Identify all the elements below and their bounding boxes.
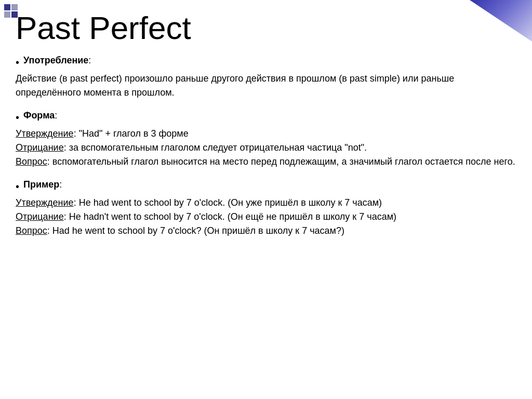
example-utv-text: : He had went to school by 7 o'clock. (О… xyxy=(74,197,382,208)
form-heading-text: Форма xyxy=(23,110,55,121)
example-vop-text: : Had he went to school by 7 o'clock? (О… xyxy=(47,225,344,236)
bullet-usage: • xyxy=(16,55,19,70)
bullet-form: • xyxy=(16,110,19,125)
form-line-3: Вопрос: вспомогательный глагол выносится… xyxy=(16,155,516,169)
example-otr-text: : He hadn't went to school by 7 o'clock.… xyxy=(64,211,396,222)
usage-heading-colon: : xyxy=(88,55,91,65)
usage-body: Действие (в past perfect) произошло рань… xyxy=(16,72,516,100)
section-form-heading: Форма: xyxy=(23,110,57,121)
form-vop-text: : вспомогательный глагол выносится на ме… xyxy=(47,156,515,167)
page-title: Past Perfect xyxy=(16,10,516,46)
section-form-header: • Форма: xyxy=(16,110,516,125)
form-body: Утверждение: "Had" + глагол в 3 форме От… xyxy=(16,127,516,169)
form-utv-text: : "Had" + глагол в 3 форме xyxy=(74,128,189,139)
section-example-heading: Пример: xyxy=(23,179,62,190)
form-otr-label: Отрицание xyxy=(16,142,64,153)
example-body: Утверждение: He had went to school by 7 … xyxy=(16,196,516,238)
example-heading-colon: : xyxy=(59,179,62,190)
main-content: Past Perfect • Употребление: Действие (в… xyxy=(0,0,532,259)
section-example: • Пример: Утверждение: He had went to sc… xyxy=(16,179,516,238)
usage-text: Действие (в past perfect) произошло рань… xyxy=(16,73,454,98)
bullet-example: • xyxy=(16,179,19,194)
example-vop-label: Вопрос xyxy=(16,225,47,236)
section-usage-heading: Употребление: xyxy=(23,55,91,66)
example-utv-label: Утверждение xyxy=(16,197,74,208)
form-utv-label: Утверждение xyxy=(16,128,74,139)
section-usage: • Употребление: Действие (в past perfect… xyxy=(16,55,516,100)
section-example-header: • Пример: xyxy=(16,179,516,194)
form-line-2: Отрицание: за вспомогательным глаголом с… xyxy=(16,141,516,155)
example-line-3: Вопрос: Had he went to school by 7 o'clo… xyxy=(16,224,516,238)
example-otr-label: Отрицание xyxy=(16,211,64,222)
example-heading-text: Пример xyxy=(23,179,59,190)
example-line-2: Отрицание: He hadn't went to school by 7… xyxy=(16,210,516,224)
usage-heading-text: Употребление xyxy=(23,55,88,65)
form-heading-colon: : xyxy=(55,110,57,121)
form-vop-label: Вопрос xyxy=(16,156,47,167)
example-line-1: Утверждение: He had went to school by 7 … xyxy=(16,196,516,210)
section-usage-header: • Употребление: xyxy=(16,55,516,70)
form-otr-text: : за вспомогательным глаголом следует от… xyxy=(64,142,367,153)
form-line-1: Утверждение: "Had" + глагол в 3 форме xyxy=(16,127,516,141)
section-form: • Форма: Утверждение: "Had" + глагол в 3… xyxy=(16,110,516,169)
